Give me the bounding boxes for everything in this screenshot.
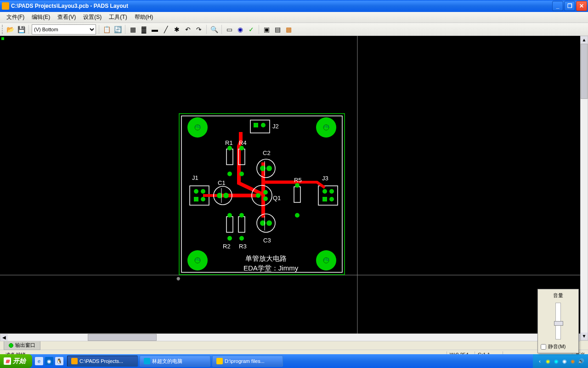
app-icon: [2, 2, 9, 10]
svg-rect-29: [322, 197, 327, 201]
tray-icon[interactable]: ◉: [570, 358, 576, 364]
window-title: C:\PADS Projects\Layou3.pcb - PADS Layou…: [11, 3, 552, 9]
route-icon[interactable]: ╱: [161, 24, 171, 34]
toolbar-separator: [206, 25, 207, 34]
computer-task-icon: [144, 358, 150, 364]
maximize-button[interactable]: ❐: [564, 1, 575, 11]
svg-text:Q1: Q1: [273, 195, 281, 201]
menu-file[interactable]: 文件(F): [3, 12, 28, 22]
svg-point-69: [295, 183, 300, 188]
svg-rect-16: [250, 120, 270, 133]
scroll-up-arrow[interactable]: ▲: [581, 36, 588, 44]
svg-text:J2: J2: [272, 123, 279, 130]
tray-icon[interactable]: ◉: [553, 358, 560, 364]
volume-thumb[interactable]: [554, 321, 563, 326]
origin-marker: ⊕: [176, 276, 180, 281]
svg-text:H4: H4: [324, 124, 329, 129]
volume-slider[interactable]: [555, 303, 561, 339]
menu-setup[interactable]: 设置(S): [79, 12, 105, 22]
vertical-scrollbar[interactable]: ▲ ▼: [580, 36, 588, 340]
undo-icon[interactable]: ↶: [183, 24, 193, 34]
save-icon[interactable]: 💾: [16, 24, 26, 34]
svg-text:单管放大电路: 单管放大电路: [245, 254, 287, 262]
mute-row[interactable]: 静音(M): [541, 343, 576, 350]
svg-point-50: [263, 196, 268, 201]
svg-text:J3: J3: [322, 175, 328, 182]
svg-point-49: [263, 190, 268, 195]
svg-point-70: [295, 213, 300, 218]
grid-icon[interactable]: ▓: [139, 24, 149, 34]
svg-rect-68: [294, 187, 300, 202]
properties-icon[interactable]: 📋: [102, 24, 112, 34]
task-folder[interactable]: D:\program files...: [212, 356, 283, 367]
menu-tool[interactable]: 工具(T): [105, 12, 130, 22]
report-icon[interactable]: ▤: [272, 24, 283, 34]
output-tab[interactable]: 输出窗口: [4, 340, 40, 350]
svg-text:H2: H2: [324, 257, 329, 262]
svg-text:R5: R5: [294, 177, 302, 184]
open-icon[interactable]: 📂: [5, 24, 15, 34]
ie-icon[interactable]: e: [35, 357, 43, 365]
svg-point-18: [261, 123, 266, 127]
horizontal-scrollbar[interactable]: ◀ ▶: [0, 334, 580, 341]
svg-point-53: [227, 146, 232, 150]
media-icon[interactable]: ◉: [45, 357, 53, 365]
dimension-icon[interactable]: ✱: [172, 24, 182, 34]
tray-icon[interactable]: ◉: [545, 358, 551, 364]
svg-point-30: [329, 197, 334, 201]
tray-arrow-icon[interactable]: ‹: [537, 358, 543, 364]
redo-icon[interactable]: ↷: [194, 24, 204, 34]
svg-point-57: [239, 146, 244, 150]
svg-point-39: [266, 166, 272, 171]
start-button[interactable]: ⊞ 开始: [0, 354, 32, 368]
toolbar-grip: [2, 25, 4, 34]
layer-select[interactable]: (V) Bottom: [32, 24, 96, 34]
task-pads-label: C:\PADS Projects...: [79, 358, 123, 364]
svg-text:EDA学堂：Jimmy: EDA学堂：Jimmy: [243, 264, 299, 272]
svg-point-58: [239, 172, 244, 176]
system-tray[interactable]: ‹ ◉ ◉ ◉ ◉ 🔊: [533, 354, 588, 368]
svg-point-44: [266, 220, 272, 226]
svg-rect-74: [1, 37, 4, 40]
svg-text:R2: R2: [223, 243, 231, 250]
volume-panel[interactable]: 音量 静音(M): [537, 289, 579, 353]
volume-tray-icon[interactable]: 🔊: [578, 358, 584, 364]
zoom-icon[interactable]: 🔍: [209, 24, 219, 34]
svg-rect-52: [226, 149, 233, 165]
verify-icon[interactable]: ✓: [246, 24, 256, 34]
menu-view[interactable]: 查看(V): [54, 12, 79, 22]
tray-icon[interactable]: ◉: [561, 358, 568, 364]
select-icon[interactable]: ▭: [224, 24, 234, 34]
svg-point-22: [201, 189, 205, 194]
svg-rect-60: [226, 217, 233, 232]
svg-text:R3: R3: [239, 243, 247, 250]
task-pads[interactable]: C:\PADS Projects...: [67, 356, 138, 367]
qq-icon[interactable]: 🐧: [55, 357, 63, 365]
pcb-canvas[interactable]: H1 H2 H3 H4 J2 J1 J3 C1 C2: [0, 36, 588, 340]
cam-icon[interactable]: ▣: [261, 24, 271, 34]
task-computer-label: 林超文的电脑: [152, 358, 182, 365]
options-icon[interactable]: ◉: [235, 24, 245, 34]
scroll-down-arrow[interactable]: ▼: [581, 333, 588, 340]
svg-point-54: [227, 172, 232, 176]
svg-text:C2: C2: [263, 150, 271, 156]
toolbar-separator: [99, 25, 99, 34]
mute-checkbox[interactable]: [541, 344, 546, 350]
svg-rect-26: [318, 186, 338, 205]
svg-point-27: [322, 189, 327, 194]
layer-icon[interactable]: ▬: [150, 24, 160, 34]
cycle-icon[interactable]: 🔄: [113, 24, 123, 34]
board-icon[interactable]: ▦: [128, 24, 138, 34]
svg-text:C1: C1: [218, 179, 226, 186]
menu-edit[interactable]: 编辑(E): [28, 12, 54, 22]
svg-point-61: [227, 213, 232, 218]
menu-help[interactable]: 帮助(H): [131, 12, 157, 22]
hscroll-thumb[interactable]: [88, 334, 157, 341]
pads-icon[interactable]: ▩: [283, 24, 294, 34]
scroll-left-arrow[interactable]: ◀: [0, 334, 8, 341]
close-button[interactable]: ✕: [576, 1, 587, 11]
minimize-button[interactable]: _: [552, 1, 563, 11]
task-computer[interactable]: 林超文的电脑: [140, 356, 210, 367]
vscroll-thumb[interactable]: [581, 44, 588, 99]
svg-rect-17: [254, 123, 258, 127]
